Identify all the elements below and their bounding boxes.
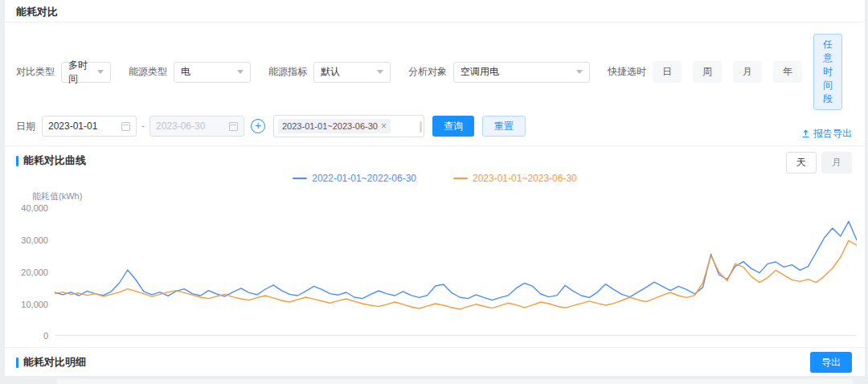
y-tick: 10,000 <box>21 300 48 309</box>
date-range-tag: 2023-01-01~2023-06-30 × <box>278 119 391 133</box>
compare-type-value: 多时间 <box>68 59 91 86</box>
table-header-row: 序号 日期 对象 电能耗累计值(kWh) 平均值(kWh) 最大值(kWh) 最… <box>57 379 853 384</box>
start-date-value: 2023-01-01 <box>48 121 97 132</box>
chart-section-title: 能耗对比曲线 <box>23 153 86 168</box>
chart-legend: 2022-01-01~2022-06-30 2023-01-01~2023-06… <box>5 173 865 184</box>
energy-indicator-group: 能源指标 默认 <box>268 62 391 83</box>
quick-select-label: 快捷选时 <box>608 65 646 79</box>
col-header-date: 日期 <box>137 379 328 384</box>
quick-week-button[interactable]: 周 <box>693 61 722 83</box>
plot-area <box>55 207 857 336</box>
remove-tag-icon[interactable]: × <box>381 122 387 130</box>
legend-label: 2023-01-01~2023-06-30 <box>473 173 577 184</box>
detail-table: 序号 日期 对象 电能耗累计值(kWh) 平均值(kWh) 最大值(kWh) 最… <box>57 379 853 384</box>
page-title: 能耗对比 <box>16 6 58 18</box>
col-header-total: 电能耗累计值(kWh) <box>455 379 606 384</box>
energy-type-label: 能源类型 <box>129 65 167 79</box>
quick-day-button[interactable]: 日 <box>653 61 682 83</box>
reset-button[interactable]: 重置 <box>482 116 526 137</box>
granularity-toggle: 天 月 <box>786 152 852 174</box>
plot-wrap: 40,000 30,000 20,000 10,000 0 <box>5 207 865 336</box>
date-label: 日期 <box>16 120 35 133</box>
chevron-down-icon <box>97 70 104 74</box>
export-icon <box>801 129 810 138</box>
quick-select-group: 快捷选时 日 周 月 年 任意时间段 <box>608 34 842 110</box>
report-export-link[interactable]: 报告导出 <box>801 127 852 141</box>
y-tick: 30,000 <box>21 235 48 245</box>
table-section-title: 能耗对比明细 <box>23 355 86 370</box>
analysis-object-label: 分析对象 <box>408 65 447 79</box>
energy-indicator-label: 能源指标 <box>268 65 307 79</box>
section-accent-bar <box>16 156 18 166</box>
date-separator: - <box>141 121 145 132</box>
query-button[interactable]: 查询 <box>432 116 474 137</box>
legend-label: 2022-01-01~2022-06-30 <box>312 173 416 184</box>
col-header-index: 序号 <box>57 379 137 384</box>
col-header-max: 最大值(kWh) <box>710 379 789 384</box>
legend-item-2022[interactable]: 2022-01-01~2022-06-30 <box>293 173 416 184</box>
filter-row-1: 对比类型 多时间 能源类型 电 能源指标 默认 <box>16 34 852 110</box>
end-date-value: 2023-06-30 <box>156 121 205 132</box>
add-range-button[interactable]: + <box>251 119 265 133</box>
calendar-icon <box>121 122 130 131</box>
quick-custom-range-button[interactable]: 任意时间段 <box>813 34 842 110</box>
legend-line-icon <box>453 178 468 179</box>
energy-type-group: 能源类型 电 <box>129 62 251 83</box>
analysis-object-group: 分析对象 空调用电 <box>408 62 590 83</box>
col-header-min: 最小值(kWh) <box>789 379 853 384</box>
quick-month-button[interactable]: 月 <box>733 61 762 83</box>
compare-type-group: 对比类型 多时间 <box>16 62 111 83</box>
y-tick: 0 <box>43 331 48 341</box>
y-axis-title: 能耗值(kWh) <box>32 190 865 202</box>
line-chart <box>55 207 857 336</box>
export-button[interactable]: 导出 <box>810 352 852 373</box>
start-date-input[interactable]: 2023-01-01 <box>42 116 137 137</box>
table-section: 能耗对比明细 导出 序号 日期 对象 电能耗累计值(kWh) 平均值(kWh) … <box>5 348 865 384</box>
filter-row-2: 日期 2023-01-01 - 2023-06-30 + 2023-01-01~… <box>16 115 852 137</box>
tagbox-scrollbar[interactable] <box>420 121 422 133</box>
month-toggle-button[interactable]: 月 <box>821 152 852 174</box>
analysis-object-select[interactable]: 空调用电 <box>453 62 590 83</box>
calendar-icon <box>229 122 238 131</box>
y-tick: 20,000 <box>21 268 48 277</box>
y-tick: 40,000 <box>21 203 48 213</box>
energy-indicator-select[interactable]: 默认 <box>313 62 391 83</box>
y-axis-ticks: 40,000 30,000 20,000 10,000 0 <box>16 207 55 336</box>
chevron-down-icon <box>237 70 244 74</box>
energy-comparison-page: 能耗对比 对比类型 多时间 能源类型 电 能源指标 默认 <box>5 0 865 376</box>
table-section-header: 能耗对比明细 导出 <box>5 348 865 373</box>
day-toggle-button[interactable]: 天 <box>786 152 817 174</box>
legend-line-icon <box>293 178 307 179</box>
end-date-input[interactable]: 2023-06-30 <box>149 116 244 137</box>
section-accent-bar <box>16 357 18 368</box>
chevron-down-icon <box>576 70 583 74</box>
compare-type-label: 对比类型 <box>16 65 55 79</box>
legend-item-2023[interactable]: 2023-01-01~2023-06-30 <box>453 173 577 184</box>
analysis-object-value: 空调用电 <box>461 65 499 79</box>
filter-bar: 对比类型 多时间 能源类型 电 能源指标 默认 <box>5 22 865 146</box>
energy-type-select[interactable]: 电 <box>174 62 251 83</box>
chart-section-header: 能耗对比曲线 天 月 <box>5 146 865 171</box>
col-header-object: 对象 <box>328 379 455 384</box>
date-range-tag-text: 2023-01-01~2023-06-30 <box>282 121 378 131</box>
compare-type-select[interactable]: 多时间 <box>61 62 111 83</box>
energy-type-value: 电 <box>181 65 190 79</box>
report-export-label: 报告导出 <box>813 127 852 141</box>
page-header: 能耗对比 <box>5 0 865 22</box>
date-range-tagbox[interactable]: 2023-01-01~2023-06-30 × <box>273 115 424 137</box>
energy-indicator-value: 默认 <box>321 65 340 79</box>
chevron-down-icon <box>377 70 383 74</box>
quick-year-button[interactable]: 年 <box>773 61 802 83</box>
col-header-average: 平均值(kWh) <box>606 379 710 384</box>
chart-section: 能耗对比曲线 天 月 2022-01-01~2022-06-30 2023-01… <box>5 146 865 348</box>
